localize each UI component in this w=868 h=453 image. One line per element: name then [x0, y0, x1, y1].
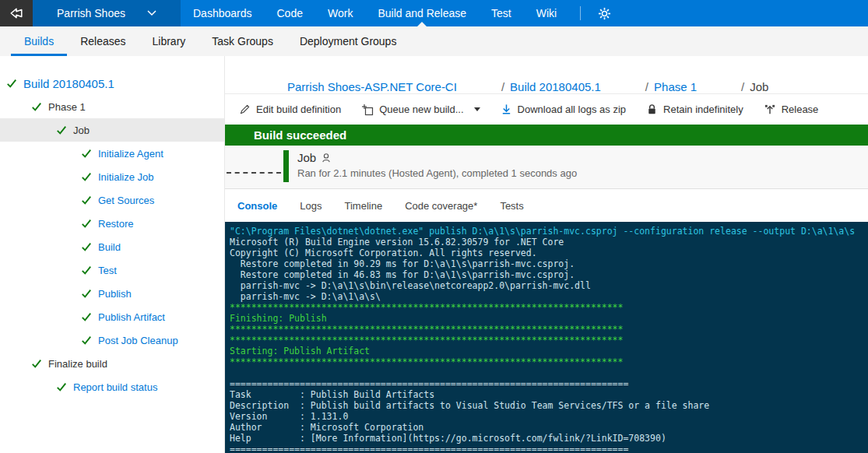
top-nav-item[interactable]: Wiki: [524, 0, 569, 26]
retain-indefinitely-button[interactable]: Retain indefinitely: [637, 99, 753, 120]
build-step-item[interactable]: Publish: [0, 282, 224, 305]
lock-icon: [646, 104, 658, 115]
subnav-item[interactable]: Deployment Groups: [286, 26, 410, 56]
success-check-icon: [81, 335, 92, 346]
console-line: "C:\Program Files\dotnet\dotnet.exe" pub…: [230, 226, 862, 237]
dropdown-caret-icon[interactable]: [474, 107, 480, 111]
build-step-item[interactable]: Initialize Job: [0, 165, 224, 188]
subnav-item[interactable]: Releases: [67, 26, 139, 56]
console-line: parrish-mvc -> D:\a\1\a\s\: [230, 291, 862, 302]
job-title: Job: [297, 151, 316, 164]
build-step-item[interactable]: Phase 1: [0, 95, 224, 118]
breadcrumb: Parrish Shoes-ASP.NET Core-CI /Build 201…: [225, 56, 868, 94]
console-line: ****************************************…: [230, 324, 862, 335]
content: Build 20180405.1 Phase 1 Job: [0, 56, 868, 453]
top-nav: Parrish Shoes DashboardsCodeWorkBuild an…: [0, 0, 868, 26]
build-step-label: Initialize Agent: [98, 148, 163, 160]
top-nav-item[interactable]: Test: [479, 0, 524, 26]
job-tab[interactable]: Timeline: [345, 200, 383, 212]
settings-button[interactable]: [589, 0, 620, 26]
job-summary-panel: Job Ran for 2.1 minutes (Hosted Agent), …: [225, 146, 868, 189]
project-selector[interactable]: Parrish Shoes: [33, 0, 181, 26]
console-line: Author : Microsoft Corporation: [230, 422, 862, 433]
success-check-icon: [81, 171, 92, 182]
console-line: Starting: Publish Artifact: [230, 346, 862, 356]
project-name: Parrish Shoes: [57, 7, 125, 19]
build-steps-tree: Build 20180405.1 Phase 1 Job: [0, 72, 224, 399]
build-toolbar: Edit build definition Queue new build...: [225, 94, 868, 125]
build-step-item[interactable]: Build 20180405.1: [0, 72, 224, 95]
vsts-logo-icon: [8, 6, 25, 20]
build-step-label: Restore: [98, 218, 134, 230]
chevron-down-icon: [147, 10, 156, 16]
build-step-item[interactable]: Build: [0, 235, 224, 258]
breadcrumb-label: Parrish Shoes-ASP.NET Core-CI: [287, 80, 457, 93]
top-nav-item[interactable]: Code: [265, 0, 315, 26]
job-tab[interactable]: Tests: [500, 200, 523, 212]
success-check-icon: [31, 101, 42, 112]
success-check-icon: [81, 265, 92, 276]
success-check-icon: [81, 288, 92, 299]
job-tab[interactable]: Logs: [300, 200, 322, 212]
console-line: ****************************************…: [230, 302, 862, 313]
subnav-item[interactable]: Library: [139, 26, 199, 56]
success-check-icon: [81, 218, 92, 229]
build-step-item[interactable]: Publish Artifact: [0, 305, 224, 328]
pencil-icon: [239, 104, 251, 115]
build-step-label: Build 20180405.1: [23, 77, 114, 90]
queue-build-icon: [361, 104, 374, 116]
build-step-label: Get Sources: [98, 195, 154, 206]
build-step-label: Build: [98, 241, 121, 253]
console-line: Description : Publish build artifacts to…: [230, 400, 862, 411]
release-button[interactable]: Release: [754, 99, 828, 120]
build-step-item[interactable]: Report build status: [0, 375, 224, 399]
build-step-label: Publish: [98, 288, 132, 300]
queue-new-build-button[interactable]: Queue new build...: [352, 99, 489, 121]
breadcrumb-label: Build 20180405.1: [510, 80, 601, 93]
build-step-label: Publish Artifact: [98, 311, 165, 323]
build-step-item[interactable]: Post Job Cleanup: [0, 328, 224, 352]
build-result-banner: Build succeeded: [225, 125, 868, 146]
build-step-item[interactable]: Restore: [0, 212, 224, 235]
job-tab[interactable]: Console: [237, 200, 277, 212]
queue-new-build-label: Queue new build...: [379, 104, 463, 115]
build-step-label: Initialize Job: [98, 171, 154, 183]
build-step-item[interactable]: Finalize build: [0, 352, 224, 375]
build-step-label: Phase 1: [48, 101, 86, 113]
release-icon: [764, 104, 776, 115]
console-line: Copyright (C) Microsoft Corporation. All…: [230, 248, 862, 258]
console-line: parrish-mvc -> D:\a\1\s\bin\release\netc…: [230, 280, 862, 291]
job-tab[interactable]: Code coverage*: [405, 200, 477, 212]
top-nav-item[interactable]: Build and Release: [365, 0, 479, 26]
console-line: Restore completed in 46.83 ms for D:\a\1…: [230, 269, 862, 280]
build-step-item[interactable]: Get Sources: [0, 188, 224, 212]
console-line: Help : [More Information](https://go.mic…: [230, 433, 862, 444]
build-step-item[interactable]: Initialize Agent: [0, 142, 224, 165]
edit-build-definition-label: Edit build definition: [256, 104, 341, 115]
success-check-icon: [56, 125, 67, 135]
success-check-icon: [81, 311, 92, 322]
console-line: Microsoft (R) Build Engine version 15.6.…: [230, 237, 862, 248]
top-nav-item[interactable]: Dashboards: [181, 0, 265, 26]
download-logs-button[interactable]: Download all logs as zip: [491, 99, 635, 120]
breadcrumb-separator: /: [501, 80, 504, 93]
success-check-icon: [81, 241, 92, 252]
job-text: Job Ran for 2.1 minutes (Hosted Agent), …: [225, 146, 868, 179]
console-line: Finishing: Publish: [230, 313, 862, 324]
gear-icon: [598, 7, 611, 20]
download-logs-label: Download all logs as zip: [518, 104, 626, 115]
build-step-item[interactable]: Job: [0, 118, 224, 142]
release-label: Release: [782, 104, 819, 115]
subnav-item[interactable]: Builds: [11, 26, 67, 56]
edit-build-definition-button[interactable]: Edit build definition: [230, 99, 350, 120]
breadcrumb-separator: /: [741, 80, 744, 93]
build-result-text: Build succeeded: [254, 128, 346, 142]
top-nav-item[interactable]: Work: [315, 0, 365, 26]
console-log[interactable]: "C:\Program Files\dotnet\dotnet.exe" pub…: [225, 222, 868, 453]
vsts-logo[interactable]: [0, 0, 33, 26]
build-step-item[interactable]: Test: [0, 258, 224, 282]
subnav-item[interactable]: Task Groups: [199, 26, 286, 56]
breadcrumb-label: Phase 1: [654, 80, 697, 93]
build-step-label: Post Job Cleanup: [98, 335, 178, 346]
build-step-label: Test: [98, 265, 117, 276]
